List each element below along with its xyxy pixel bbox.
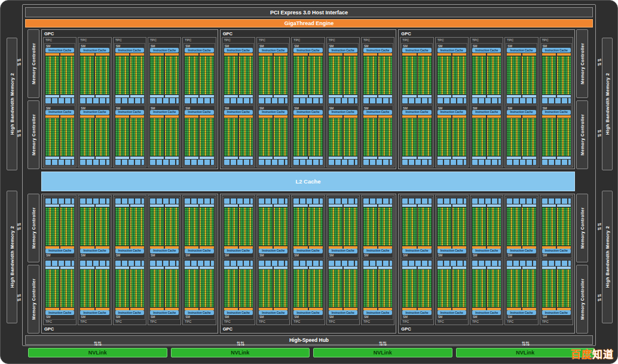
sm-label: SM <box>542 106 571 110</box>
core-grid <box>329 118 357 157</box>
sm-block: SM Instruction Cache <box>401 197 432 258</box>
sm-block: SM Instruction Cache <box>506 105 537 167</box>
hbm-link-arrow-icon: ⇄⇄ <box>16 222 23 231</box>
core-grid <box>293 118 322 157</box>
memory-controller-column-left: Memory Controller Memory Controller Memo… <box>27 29 39 334</box>
instruction-cache-bar: Instruction Cache <box>150 249 179 253</box>
core-grid <box>259 207 287 246</box>
hbm2-label: High Bandwidth Memory 2 <box>10 226 15 287</box>
texture-units-band <box>329 98 357 103</box>
sm-block: SM Instruction Cache <box>292 259 323 320</box>
register-file-bars <box>402 157 431 159</box>
sm-block: SM Instruction Cache <box>436 259 467 320</box>
warp-scheduler-bars <box>402 53 431 56</box>
gpc-label: GPC <box>221 30 396 37</box>
instruction-cache-bar: Instruction Cache <box>507 110 536 115</box>
texture-units-band <box>363 98 392 103</box>
memory-controller-label: Memory Controller <box>580 114 585 155</box>
sm-block: SM Instruction Cache <box>114 43 145 105</box>
warp-scheduler-bars <box>363 115 392 118</box>
instruction-cache-bar: Instruction Cache <box>293 110 322 115</box>
tpc-block: TPC SM Instruction Cache SM Instruction … <box>43 195 77 325</box>
tpc-block: TPC SM Instruction Cache SM Instruction … <box>78 37 111 167</box>
register-file-bars <box>363 95 392 97</box>
memory-controller-bar: Memory Controller <box>27 194 39 262</box>
core-grid <box>507 118 536 157</box>
tpc-label: TPC <box>506 38 537 42</box>
tpc-block: TPC SM Instruction Cache SM Instruction … <box>182 195 216 325</box>
tpc-block: TPC SM Instruction Cache SM Instruction … <box>43 37 77 167</box>
core-grid <box>402 207 431 246</box>
sm-label: SM <box>507 315 536 319</box>
core-grid <box>150 118 179 157</box>
tpc-row: TPC SM Instruction Cache SM Instruction … <box>42 195 217 326</box>
tpc-label: TPC <box>471 38 502 42</box>
tpc-label: TPC <box>541 320 572 324</box>
instruction-cache-bar: Instruction Cache <box>472 48 501 53</box>
l2-cache-bar: L2 Cache <box>41 172 575 191</box>
texture-units-band <box>329 198 357 204</box>
sm-block: SM Instruction Cache <box>183 43 215 105</box>
texture-units-band <box>363 198 392 204</box>
hbm-link-arrow-icon: ⇄⇄ <box>596 58 603 66</box>
sm-block: SM Instruction Cache <box>79 105 110 167</box>
sm-block: SM Instruction Cache <box>541 43 572 105</box>
instruction-cache-bar: Instruction Cache <box>80 249 109 253</box>
tpc-block: TPC SM Instruction Cache SM Instruction … <box>470 195 503 325</box>
hbm2-label: High Bandwidth Memory 2 <box>605 73 610 134</box>
sm-block: SM Instruction Cache <box>541 105 572 167</box>
tpc-label: TPC <box>541 38 572 42</box>
texture-units-band <box>224 160 253 165</box>
sm-block: SM Instruction Cache <box>328 105 359 167</box>
register-file-bars <box>329 204 357 207</box>
tpc-label: TPC <box>223 38 254 42</box>
warp-scheduler-bars <box>150 53 179 56</box>
register-file-bars <box>293 267 322 269</box>
texture-units-band <box>402 198 431 204</box>
register-file-bars <box>224 95 253 97</box>
core-grid <box>45 207 74 246</box>
core-grid <box>329 270 357 308</box>
register-file-bars <box>150 204 179 207</box>
register-file-bars <box>542 204 571 207</box>
texture-units-band <box>185 198 213 204</box>
texture-units-band <box>507 261 536 266</box>
sm-block: SM Instruction Cache <box>328 43 359 105</box>
sm-block: SM Instruction Cache <box>506 197 537 258</box>
core-grid <box>185 207 213 246</box>
core-grid <box>45 270 74 308</box>
core-grid <box>329 207 357 246</box>
register-file-bars <box>259 95 287 97</box>
warp-scheduler-bars <box>293 53 322 56</box>
gpc-label: GPC <box>42 326 217 332</box>
register-file-bars <box>185 204 213 207</box>
warp-scheduler-bars <box>542 53 571 56</box>
texture-units-band <box>542 98 571 103</box>
warp-scheduler-bars <box>402 115 431 118</box>
die-frame: PCI Express 3.0 Host Interface GigaThrea… <box>22 4 596 346</box>
register-file-bars <box>438 267 466 269</box>
memory-controller-bar: Memory Controller <box>576 100 588 169</box>
instruction-cache-bar: Instruction Cache <box>472 310 501 315</box>
instruction-cache-bar: Instruction Cache <box>329 249 357 253</box>
sm-label: SM <box>45 106 74 110</box>
register-file-bars <box>80 95 109 97</box>
sm-block: SM Instruction Cache <box>44 259 75 320</box>
instruction-cache-bar: Instruction Cache <box>438 310 466 315</box>
memory-controller-label: Memory Controller <box>580 279 585 320</box>
texture-units-band <box>150 261 179 266</box>
sm-label: SM <box>438 106 466 110</box>
nvlink-arrow-icon: ⇅⇅ <box>91 341 103 347</box>
register-file-bars <box>542 157 571 159</box>
core-grid <box>224 56 253 94</box>
texture-units-band <box>542 261 571 266</box>
core-grid <box>438 56 466 94</box>
core-grid <box>259 270 287 308</box>
register-file-bars <box>438 95 466 97</box>
register-file-bars <box>224 267 253 269</box>
sm-block: SM Instruction Cache <box>79 259 110 320</box>
sm-block: SM Instruction Cache <box>506 43 537 105</box>
warp-scheduler-bars <box>363 53 392 56</box>
core-grid <box>45 56 74 94</box>
instruction-cache-bar: Instruction Cache <box>402 310 431 315</box>
